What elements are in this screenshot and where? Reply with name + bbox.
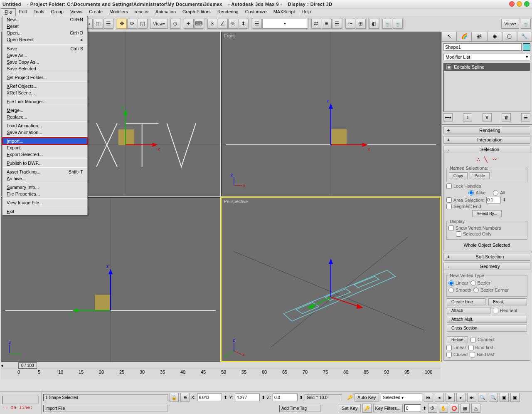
go-to-start-button[interactable]: ⏮	[424, 393, 433, 402]
pin-stack-button[interactable]: ⟼	[443, 113, 453, 121]
file-menu-replace-[interactable]: Replace...	[2, 114, 87, 120]
rollout-geometry[interactable]: -Geometry	[444, 263, 530, 270]
file-menu-file-properties-[interactable]: File Properties...	[2, 191, 87, 197]
x-input[interactable]	[197, 394, 222, 401]
render-type-dropdown[interactable]: View ▾	[501, 19, 519, 29]
named-selset-dropdown[interactable]: ▾	[262, 19, 308, 29]
file-menu-load-animation-[interactable]: Load Animation...	[2, 122, 87, 129]
tab-hierarchy[interactable]: 品	[472, 32, 487, 41]
render-scene-button[interactable]: 🍵	[382, 19, 392, 29]
cross-section-button[interactable]: Cross Section	[447, 325, 527, 332]
area-selection-input[interactable]	[486, 197, 501, 203]
file-menu-import-[interactable]: Import...	[2, 138, 87, 144]
tab-display[interactable]: ▢	[502, 32, 517, 41]
zoom-all-button[interactable]: 🔍	[489, 393, 498, 402]
quick-render-button[interactable]: 🍵	[393, 19, 403, 29]
bezier-corner-radio[interactable]: Bezier Corner	[473, 288, 509, 293]
area-selection-check[interactable]: Area Selection: ⬍	[446, 197, 527, 203]
rollout-selection[interactable]: -Selection	[444, 146, 530, 153]
file-menu-save-selected-[interactable]: Save Selected...	[2, 65, 87, 72]
show-end-result-button[interactable]: Ⅱ	[463, 113, 472, 121]
menu-graph-editors[interactable]: Graph Editors	[179, 8, 214, 16]
zoom-icon[interactable]	[524, 1, 530, 7]
menu-customize[interactable]: Customize	[242, 8, 270, 16]
scale-button[interactable]: ◱	[138, 19, 148, 29]
snap-toggle-button[interactable]: 3	[207, 19, 217, 29]
menu-views[interactable]: Views	[67, 8, 86, 16]
spinner-snap-button[interactable]: ⬍	[239, 19, 249, 29]
material-editor-button[interactable]: ◐	[369, 19, 379, 29]
file-menu-open-[interactable]: Open...Ctrl+O	[2, 30, 87, 36]
close-icon[interactable]	[509, 1, 515, 7]
key-button[interactable]: 🔑	[362, 404, 372, 413]
menu-help[interactable]: Help	[298, 8, 315, 16]
copy-button[interactable]: Copy	[449, 172, 468, 179]
schematic-view-button[interactable]: ⊞	[356, 19, 366, 29]
tab-motion[interactable]: ◉	[487, 32, 502, 41]
smooth-radio[interactable]: Smooth	[448, 288, 471, 293]
file-menu-save-animation-[interactable]: Save Animation...	[2, 129, 87, 136]
file-menu-save[interactable]: SaveCtrl+S	[2, 45, 87, 52]
attach-button[interactable]: Attach	[447, 307, 490, 314]
pivot-button[interactable]: ⊙	[170, 19, 180, 29]
modifier-list-dropdown[interactable]: Modifier List▾	[443, 54, 530, 61]
transform-type-in-button[interactable]: ⊕	[180, 393, 190, 402]
file-menu-set-project-folder-[interactable]: Set Project Folder...	[2, 74, 87, 81]
linear-radio[interactable]: Linear	[448, 280, 468, 286]
bind-first-check[interactable]: Bind first	[468, 345, 493, 350]
zoom-extents-button[interactable]: ▣	[500, 393, 509, 402]
key-filters-button[interactable]: Key Filters...	[373, 404, 403, 412]
bezier-radio[interactable]: Bezier	[470, 280, 490, 286]
window-crossing-button[interactable]: ◫	[93, 19, 103, 29]
rollout-rendering[interactable]: +Rendering	[444, 127, 530, 134]
lock-selection-button[interactable]: 🔒	[170, 393, 179, 402]
file-menu-xref-objects-[interactable]: XRef Objects...	[2, 83, 87, 89]
menu-group[interactable]: Group	[47, 8, 67, 16]
add-time-tag[interactable]: Add Time Tag	[279, 405, 321, 412]
menu-rendering[interactable]: Rendering	[214, 8, 242, 16]
y-input[interactable]	[235, 394, 260, 401]
file-menu-export-selected-[interactable]: Export Selected...	[2, 151, 87, 158]
menu-reactor[interactable]: reactor	[131, 8, 152, 16]
subobj-spline-icon[interactable]: 〰	[492, 156, 497, 163]
file-menu-summary-info-[interactable]: Summary Info...	[2, 184, 87, 191]
file-menu-asset-tracking-[interactable]: Asset Tracking...Shift+T	[2, 169, 87, 175]
refcoord-dropdown[interactable]: View ▾	[150, 19, 168, 29]
viewport-perspective[interactable]: Perspective xyz	[221, 197, 441, 362]
file-menu-new-[interactable]: New...Ctrl+N	[2, 16, 87, 23]
zoom-button[interactable]: 🔍	[478, 393, 487, 402]
play-button[interactable]: ▶	[446, 393, 455, 402]
next-frame-button[interactable]: ▸	[456, 393, 466, 402]
layers-button[interactable]: ☰	[332, 19, 342, 29]
tab-modify[interactable]: 🌈	[457, 32, 472, 41]
angle-snap-button[interactable]: ∠	[218, 19, 228, 29]
time-slider[interactable]: 0 / 100	[18, 362, 37, 369]
make-unique-button[interactable]: ∀	[483, 113, 492, 121]
time-config-button[interactable]: ⏱	[428, 404, 437, 413]
align-button[interactable]: ≡	[322, 19, 332, 29]
menu-modifiers[interactable]: Modifiers	[106, 8, 131, 16]
show-vertex-numbers-check[interactable]: Show Vertex Numbers	[448, 226, 525, 231]
stack-item-editable-spline[interactable]: ▣Editable Spline	[444, 63, 530, 71]
linear2-check[interactable]: Linear	[446, 345, 466, 350]
menu-create[interactable]: Create	[86, 8, 106, 16]
menu-animation[interactable]: Animation	[152, 8, 179, 16]
modifier-stack[interactable]: ▣Editable Spline	[443, 63, 530, 112]
connect-check[interactable]: Connect	[470, 337, 495, 342]
mirror-button[interactable]: ⇄	[311, 19, 321, 29]
rollout-soft-selection[interactable]: +Soft Selection	[444, 253, 530, 260]
field-of-view-button[interactable]: △	[471, 404, 480, 413]
menu-edit[interactable]: Edit	[16, 8, 30, 16]
named-selset-button[interactable]: ☰	[252, 19, 262, 29]
viewport-front[interactable]: Front xz xz	[221, 32, 441, 196]
tab-create[interactable]: ↖	[442, 32, 457, 41]
paste-button[interactable]: Paste	[470, 172, 490, 179]
rollout-interpolation[interactable]: +Interpolation	[444, 136, 530, 144]
move-button[interactable]: ✥	[117, 19, 127, 29]
pan-button[interactable]: ✋	[439, 404, 448, 413]
refine-button[interactable]: Refine	[447, 336, 468, 343]
subobj-vertex-icon[interactable]: ∴	[477, 156, 480, 163]
z-input[interactable]	[273, 394, 298, 401]
arc-rotate-button[interactable]: ⭕	[450, 404, 459, 413]
selected-only-check[interactable]: Selected Only	[456, 231, 525, 237]
